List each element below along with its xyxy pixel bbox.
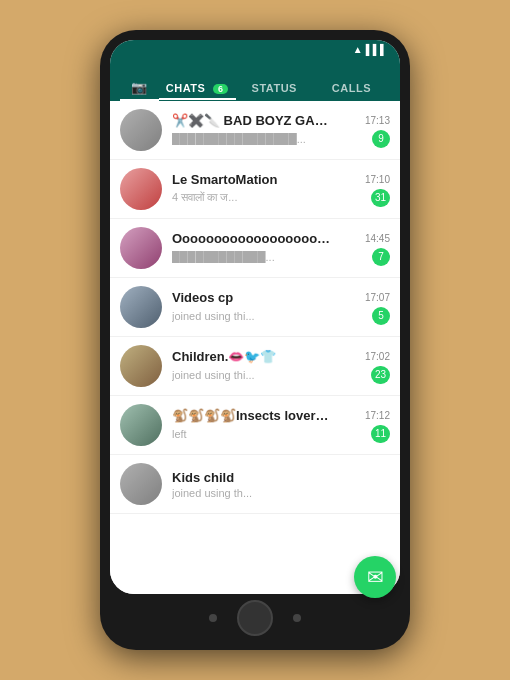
chat-item[interactable]: Kids childjoined using th... xyxy=(110,455,400,514)
chat-preview: ████████████████... xyxy=(172,133,306,145)
new-chat-fab[interactable]: ✉ xyxy=(354,556,396,594)
chat-preview: joined using thi... xyxy=(172,369,255,381)
chat-name: Children.👄🐦👕 xyxy=(172,349,276,364)
chat-content: ✂️✖️🔪 BAD BOYZ GANG...17:13█████████████… xyxy=(172,113,390,148)
unread-badge: 23 xyxy=(371,366,390,384)
chat-name: Videos cp xyxy=(172,290,233,305)
chat-name: ✂️✖️🔪 BAD BOYZ GANG... xyxy=(172,113,332,128)
unread-badge: 5 xyxy=(372,307,390,325)
chat-preview: left xyxy=(172,428,187,440)
chat-name: Oooooooooooooooooooooo... xyxy=(172,231,332,246)
wifi-icon: ▲ xyxy=(353,44,363,55)
chat-preview: joined using th... xyxy=(172,487,252,499)
home-button[interactable] xyxy=(237,600,273,636)
avatar xyxy=(120,109,162,151)
chat-time: 17:07 xyxy=(365,292,390,303)
unread-badge: 9 xyxy=(372,130,390,148)
chat-content: Le SmartoMation17:104 सवालों का ज...31 xyxy=(172,172,390,207)
phone-screen: ▲ ▌▌▌ 📷 CHATS 6 STATUS CALLS xyxy=(110,40,400,594)
tab-calls[interactable]: CALLS xyxy=(313,74,390,100)
chat-item[interactable]: 🐒🐒🐒🐒Insects lover🐒🐒...17:12left11 xyxy=(110,396,400,455)
chat-time: 17:12 xyxy=(365,410,390,421)
tab-status[interactable]: STATUS xyxy=(236,74,313,100)
tab-bar: 📷 CHATS 6 STATUS CALLS xyxy=(120,72,390,101)
nav-recent xyxy=(293,614,301,622)
chat-content: Videos cp17:07joined using thi...5 xyxy=(172,290,390,325)
tab-camera[interactable]: 📷 xyxy=(120,72,159,101)
chat-time: 17:13 xyxy=(365,115,390,126)
avatar xyxy=(120,286,162,328)
chat-list: ✂️✖️🔪 BAD BOYZ GANG...17:13█████████████… xyxy=(110,101,400,594)
unread-badge: 11 xyxy=(371,425,390,443)
chat-preview: ████████████... xyxy=(172,251,275,263)
phone-frame: ▲ ▌▌▌ 📷 CHATS 6 STATUS CALLS xyxy=(100,30,410,650)
chat-content: Oooooooooooooooooooooo...14:45██████████… xyxy=(172,231,390,266)
chat-item[interactable]: Le SmartoMation17:104 सवालों का ज...31 xyxy=(110,160,400,219)
chat-time: 17:10 xyxy=(365,174,390,185)
signal-icon: ▌▌▌ xyxy=(366,44,387,55)
chat-item[interactable]: Oooooooooooooooooooooo...14:45██████████… xyxy=(110,219,400,278)
avatar xyxy=(120,404,162,446)
chat-name: 🐒🐒🐒🐒Insects lover🐒🐒... xyxy=(172,408,332,423)
chat-item[interactable]: ✂️✖️🔪 BAD BOYZ GANG...17:13█████████████… xyxy=(110,101,400,160)
chat-content: 🐒🐒🐒🐒Insects lover🐒🐒...17:12left11 xyxy=(172,408,390,443)
chat-time: 14:45 xyxy=(365,233,390,244)
avatar xyxy=(120,227,162,269)
avatar xyxy=(120,345,162,387)
avatar xyxy=(120,168,162,210)
phone-bottom xyxy=(110,594,400,640)
chat-name: Le SmartoMation xyxy=(172,172,277,187)
chats-badge: 6 xyxy=(213,84,229,94)
chat-item[interactable]: Children.👄🐦👕17:02joined using thi...23 xyxy=(110,337,400,396)
unread-badge: 7 xyxy=(372,248,390,266)
chat-name: Kids child xyxy=(172,470,234,485)
app-header: 📷 CHATS 6 STATUS CALLS xyxy=(110,58,400,101)
chat-item[interactable]: Videos cp17:07joined using thi...5 xyxy=(110,278,400,337)
avatar xyxy=(120,463,162,505)
nav-back xyxy=(209,614,217,622)
status-icons: ▲ ▌▌▌ xyxy=(353,44,390,55)
unread-badge: 31 xyxy=(371,189,390,207)
status-bar: ▲ ▌▌▌ xyxy=(110,40,400,58)
chat-content: Children.👄🐦👕17:02joined using thi...23 xyxy=(172,349,390,384)
chat-preview: joined using thi... xyxy=(172,310,255,322)
tab-chats[interactable]: CHATS 6 xyxy=(159,74,236,100)
chat-preview: 4 सवालों का ज... xyxy=(172,191,237,204)
chat-time: 17:02 xyxy=(365,351,390,362)
chat-content: Kids childjoined using th... xyxy=(172,470,390,499)
